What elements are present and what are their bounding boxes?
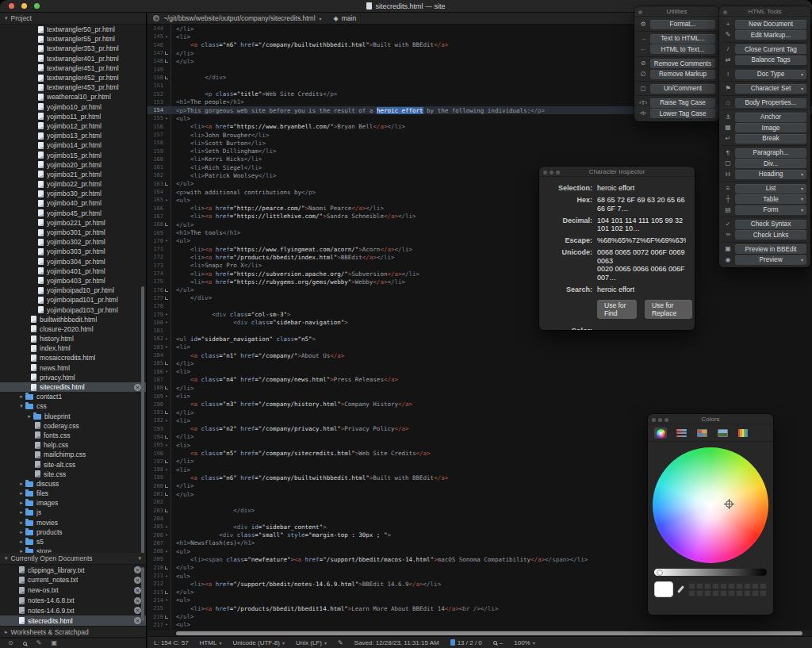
current-color-swatch[interactable] — [654, 581, 673, 597]
file-row[interactable]: notes-14.6.8.txt✕ — [0, 596, 146, 606]
file-row[interactable]: weathercal10_pr.html — [0, 92, 146, 102]
swatch-cell[interactable] — [720, 583, 727, 589]
disclosure-right-icon[interactable]: ▸ — [17, 490, 25, 497]
file-row[interactable]: yojimbo15_pr.html — [0, 150, 146, 159]
file-row[interactable]: yojimbo304_pr.html — [0, 257, 146, 266]
zoom-level-menu[interactable]: 100%▾ — [514, 639, 534, 646]
file-row[interactable]: yojimbo12_pr.html — [0, 121, 146, 131]
fold-end-icon[interactable] — [163, 566, 170, 569]
fold-end-icon[interactable] — [163, 411, 170, 414]
doc-type-button[interactable]: Doc Type▾ — [735, 70, 806, 79]
fold-end-icon[interactable] — [163, 509, 170, 512]
code-line[interactable]: 181 — [147, 327, 812, 335]
code-line[interactable]: 163</ul> — [147, 180, 812, 188]
character-set-button[interactable]: Character Set▾ — [735, 84, 806, 94]
fold-end-icon[interactable] — [163, 223, 170, 226]
swatch-cell[interactable] — [696, 583, 703, 589]
check-syntax-button[interactable]: Check Syntax — [735, 220, 806, 229]
lower-tag-case-button[interactable]: Lower Tag Case — [650, 109, 715, 118]
folder-row[interactable]: ▸store — [0, 546, 146, 553]
code-line[interactable]: 188</li> — [147, 384, 812, 392]
fold-open-icon[interactable]: ▾ — [163, 443, 170, 447]
file-row[interactable]: yojimbo403_pr.html — [0, 276, 146, 286]
file-row[interactable]: textwrangler50_pr.html — [0, 25, 146, 34]
disclosure-right-icon[interactable]: ▸ — [17, 481, 25, 487]
fold-open-icon[interactable]: ▾ — [163, 370, 170, 374]
html-to-text-button[interactable]: HTML to Text... — [650, 44, 715, 54]
file-row[interactable]: yojimbo303_pr.html — [0, 247, 146, 256]
zoom-control[interactable]: – — [493, 639, 503, 646]
swatch-cell[interactable] — [728, 590, 735, 596]
paragraph-button[interactable]: Paragraph... — [735, 148, 806, 158]
code-line[interactable]: 160 <li>Kerri Hicks</li> — [147, 155, 812, 163]
code-line[interactable]: 176</ul> — [147, 286, 812, 294]
fold-end-icon[interactable] — [163, 460, 170, 463]
disclosure-right-icon[interactable]: ▸ — [17, 539, 25, 545]
panel-icon[interactable]: ▣ — [51, 639, 57, 647]
code-line[interactable]: 169<h1>The tools</h1> — [147, 228, 812, 236]
fold-end-icon[interactable] — [163, 615, 170, 619]
color-crosshair[interactable] — [726, 500, 733, 508]
fold-end-icon[interactable] — [163, 76, 170, 79]
code-line[interactable]: 161 <li>Rich Siegel</li> — [147, 163, 812, 171]
disclosure-right-icon[interactable]: ▸ — [17, 393, 25, 400]
search-icon[interactable] — [23, 642, 27, 646]
swatch-cell[interactable] — [712, 583, 719, 589]
heading-button[interactable]: Heading▾ — [735, 170, 806, 179]
eyedropper-icon[interactable] — [677, 585, 684, 593]
code-line[interactable]: 184 <a class="n1" href="/company/">About… — [147, 351, 812, 359]
swatch-cell[interactable] — [712, 590, 719, 596]
file-row[interactable]: yojimbo302_pr.html — [0, 237, 146, 247]
swatch-cell[interactable] — [744, 590, 751, 596]
palette-window-buttons[interactable] — [652, 418, 668, 422]
file-row[interactable]: help.css — [0, 440, 146, 450]
file-row[interactable]: yojimbo401_pr.html — [0, 266, 146, 276]
file-row[interactable]: index.html — [0, 343, 146, 353]
fold-open-icon[interactable]: ▾ — [163, 198, 170, 202]
file-row[interactable]: clippings_library.txt✕ — [0, 565, 146, 575]
close-icon[interactable]: ✕ — [134, 617, 141, 624]
swatch-cell[interactable] — [736, 583, 743, 589]
remove-comments-button[interactable]: Remove Comments — [650, 59, 715, 68]
code-line[interactable]: 178 — [147, 302, 812, 310]
code-line[interactable]: 186▾<li> — [147, 367, 812, 375]
close-icon[interactable]: ✕ — [134, 577, 141, 584]
git-branch[interactable]: ◈ main — [334, 14, 357, 22]
file-row[interactable]: notes-14.6.9.txt✕ — [0, 605, 146, 615]
file-row[interactable]: history.html — [0, 334, 146, 343]
file-row[interactable]: textwrangler451_pr.html — [0, 63, 146, 73]
file-row[interactable]: mosaiccredits.html — [0, 353, 146, 362]
close-icon[interactable]: ✕ — [134, 384, 141, 391]
disclosure-down-icon[interactable]: ▾ — [17, 403, 25, 409]
fold-open-icon[interactable]: ▾ — [163, 574, 170, 578]
encoding-menu[interactable]: Unicode (UTF-8)▾ — [232, 639, 285, 646]
folder-row[interactable]: ▸movies — [0, 518, 146, 527]
format-button[interactable]: Format... — [650, 20, 715, 29]
fold-open-icon[interactable]: ▾ — [163, 468, 170, 472]
fold-end-icon[interactable] — [163, 591, 170, 594]
hscroll-thumb[interactable] — [176, 631, 802, 635]
file-row[interactable]: yojimbo14_pr.html — [0, 140, 146, 150]
html-tools-palette-titlebar[interactable]: HTML Tools — [719, 6, 810, 17]
folder-row[interactable]: ▾css — [0, 401, 146, 411]
image-button[interactable]: Image — [735, 123, 806, 132]
worksheets-header[interactable]: ▸ Worksheets & Scratchpad — [0, 626, 146, 638]
fold-open-icon[interactable]: ▾ — [163, 312, 170, 316]
code-line[interactable]: 173 <li>Snapz Pro X</li> — [147, 262, 812, 270]
disclosure-right-icon[interactable]: ▸ — [17, 520, 25, 526]
code-line[interactable]: 179▾ <div class="col-sm-3"> — [147, 310, 812, 318]
palette-window-buttons[interactable] — [543, 171, 560, 174]
swatch-cell[interactable] — [688, 590, 695, 596]
code-line[interactable]: 217▾<ul> — [147, 621, 812, 629]
file-row[interactable]: sitecredits.html✕ — [0, 615, 146, 626]
fold-open-icon[interactable]: ▾ — [163, 345, 170, 349]
folder-row[interactable]: ▸products — [0, 527, 146, 537]
use-for-replace-button[interactable]: Use for Replace — [645, 300, 692, 319]
code-line[interactable]: 166 <li><a href="http://pearce.com/">Nao… — [147, 205, 812, 213]
character-inspector-titlebar[interactable]: Character Inspector — [539, 167, 695, 177]
fold-open-icon[interactable]: ▾ — [163, 35, 170, 39]
brightness-slider-knob[interactable] — [657, 569, 663, 576]
file-row[interactable]: current_notes.txt✕ — [0, 575, 146, 585]
code-line[interactable]: 168</ul> — [147, 220, 812, 228]
fold-open-icon[interactable]: ▾ — [163, 394, 170, 398]
